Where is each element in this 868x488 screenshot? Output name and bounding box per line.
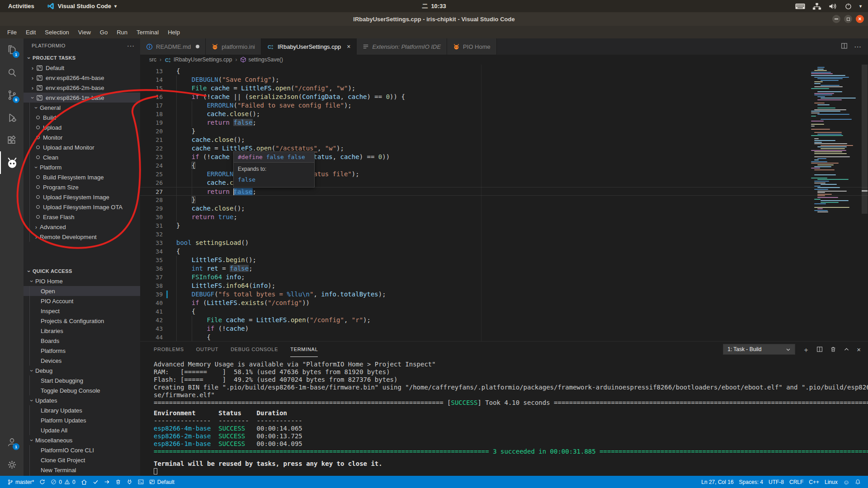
project-tasks-header[interactable]: › PROJECT TASKS	[24, 53, 140, 63]
menu-view[interactable]: View	[74, 26, 95, 38]
tab-readme-md[interactable]: README.md	[140, 38, 206, 55]
menu-file[interactable]: File	[3, 26, 21, 38]
code-line-29[interactable]: 29 cache.close();	[140, 204, 868, 213]
network-icon[interactable]	[812, 2, 821, 10]
tree-item-devices[interactable]: Devices	[24, 356, 140, 366]
tree-item-debug[interactable]: ›Debug	[24, 366, 140, 375]
activity-platformio-icon[interactable]	[0, 151, 24, 174]
tab-close-icon[interactable]: ×	[347, 43, 350, 50]
notifications-bell-icon[interactable]	[852, 479, 863, 485]
tree-item-upload-filesystem-image[interactable]: Upload Filesystem Image	[24, 192, 140, 202]
tree-item-projects-configuration[interactable]: Projects & Configuration	[24, 316, 140, 326]
tab-platformio-ini[interactable]: platformio.ini	[206, 38, 261, 55]
tree-item-toggle-debug-console[interactable]: Toggle Debug Console	[24, 385, 140, 395]
status-linux[interactable]: Linux	[822, 479, 840, 485]
tree-item-new-terminal[interactable]: New Terminal	[24, 465, 140, 475]
tree-item-upload[interactable]: Upload	[24, 122, 140, 132]
code-line-31[interactable]: 31}	[140, 221, 868, 230]
activity-accounts-icon[interactable]: 1	[0, 431, 24, 453]
menu-go[interactable]: Go	[95, 26, 112, 38]
tab-pio-home[interactable]: PIO Home	[447, 38, 497, 55]
activity-run-debug-icon[interactable]	[0, 106, 24, 129]
activity-source-control-icon[interactable]: 9	[0, 84, 24, 106]
close-button[interactable]: ×	[856, 15, 864, 23]
activity-search-icon[interactable]	[0, 61, 24, 84]
tree-item-update-all[interactable]: Update All	[24, 425, 140, 435]
sync-indicator[interactable]	[37, 476, 48, 488]
tree-item-upgrade-platformio-core[interactable]: Upgrade PlatformIO Core	[24, 475, 140, 476]
breadcrumb-item[interactable]: src	[149, 56, 156, 63]
panel-tab-terminal[interactable]: TERMINAL	[290, 342, 318, 357]
activity-settings-icon[interactable]	[0, 453, 24, 476]
pio-env-switcher[interactable]: Default	[146, 476, 177, 488]
tab-irbabyusersettings-cpp[interactable]: C++IRbabyUserSettings.cpp×	[261, 38, 357, 55]
code-line-30[interactable]: 30 return true;	[140, 213, 868, 221]
tree-item-erase-flash[interactable]: Erase Flash	[24, 212, 140, 222]
tree-item-start-debugging[interactable]: Start Debugging	[24, 375, 140, 385]
code-line-21[interactable]: 21 cache.close();	[140, 136, 868, 144]
code-line-32[interactable]: 32	[140, 230, 868, 239]
activities-button[interactable]: Activities	[0, 3, 42, 9]
code-line-16[interactable]: 16 if (!cache || (serializeJson(ConfigDa…	[140, 93, 868, 101]
clock[interactable]: 二 10:33	[422, 2, 446, 10]
tree-item-env-esp8266-4m-base[interactable]: ›env:esp8266-4m-base	[24, 73, 140, 83]
tree-item-open[interactable]: Open	[24, 286, 140, 296]
tree-item-upload-and-monitor[interactable]: Upload and Monitor	[24, 142, 140, 152]
code-line-34[interactable]: 34{	[140, 247, 868, 256]
code-line-41[interactable]: 41 {	[140, 307, 868, 316]
code-line-44[interactable]: 44 {	[140, 333, 868, 341]
tree-item-platforms[interactable]: Platforms	[24, 346, 140, 356]
tree-item-platform[interactable]: ›Platform	[24, 162, 140, 172]
pio-home-button[interactable]	[78, 476, 90, 488]
tree-item-program-size[interactable]: Program Size	[24, 182, 140, 192]
tree-item-env-esp8266-2m-base[interactable]: ›env:esp8266-2m-base	[24, 83, 140, 93]
status-c++[interactable]: C++	[806, 479, 822, 485]
tree-item-remote-development[interactable]: ›Remote Development	[24, 232, 140, 242]
menu-terminal[interactable]: Terminal	[132, 26, 163, 38]
code-line-42[interactable]: 42 File cache = LittleFS.open("/config",…	[140, 316, 868, 324]
tree-item-env-esp8266-1m-base[interactable]: ›env:esp8266-1m-base	[24, 93, 140, 103]
git-branch-indicator[interactable]: master*	[5, 476, 37, 488]
panel-tab-output[interactable]: OUTPUT	[196, 342, 218, 357]
tree-item-libraries[interactable]: Libraries	[24, 326, 140, 336]
tree-item-monitor[interactable]: Monitor	[24, 132, 140, 142]
editor-scrollbar[interactable]	[861, 65, 868, 341]
quick-access-header[interactable]: › QUICK ACCESS	[24, 266, 140, 276]
feedback-smiley-icon[interactable]: ☺	[840, 479, 852, 486]
tray-chevron-icon[interactable]: ▾	[859, 4, 862, 9]
app-menu[interactable]: Visual Studio Code ▾	[47, 2, 117, 10]
code-line-19[interactable]: 19 return false;	[140, 118, 868, 127]
code-line-18[interactable]: 18 cache.close();	[140, 110, 868, 118]
menu-selection[interactable]: Selection	[40, 26, 73, 38]
pio-build-button[interactable]	[90, 476, 101, 488]
pio-upload-button[interactable]	[101, 476, 113, 488]
tab-extension-platformio-ide[interactable]: Extension: PlatformIO IDE	[357, 38, 447, 55]
code-line-17[interactable]: 17 ERRORLN("Failed to save config file")…	[140, 101, 868, 110]
pio-clean-button[interactable]	[113, 476, 124, 488]
new-terminal-icon[interactable]: ＋	[802, 346, 809, 353]
code-line-36[interactable]: 36 int ret = false;	[140, 264, 868, 273]
tree-item-build-filesystem-image[interactable]: Build Filesystem Image	[24, 172, 140, 182]
menu-help[interactable]: Help	[163, 26, 184, 38]
tree-item-clean[interactable]: Clean	[24, 152, 140, 162]
status-ln-27-col-16[interactable]: Ln 27, Col 16	[698, 479, 736, 485]
breadcrumb[interactable]: src›C++IRbabyUserSettings.cpp›settingsSa…	[140, 55, 868, 65]
status-crlf[interactable]: CRLF	[787, 479, 806, 485]
tree-item-updates[interactable]: ›Updates	[24, 395, 140, 405]
terminal-selector[interactable]: 1: Task - Build	[723, 344, 795, 355]
tree-item-pio-home[interactable]: ›PIO Home	[24, 276, 140, 286]
tree-item-miscellaneous[interactable]: ›Miscellaneous	[24, 435, 140, 445]
breadcrumb-item[interactable]: settingsSave()	[240, 56, 283, 63]
tree-item-default[interactable]: ›Default	[24, 63, 140, 73]
code-line-27[interactable]: 27 return false;	[140, 187, 868, 196]
maximize-panel-icon[interactable]	[844, 347, 849, 352]
code-line-43[interactable]: 43 if (!cache)	[140, 324, 868, 333]
code-line-39[interactable]: 39 DEBUGF("fs total bytes = %llu\n", inf…	[140, 290, 868, 299]
tree-item-upload-filesystem-image-ota[interactable]: Upload Filesystem Image OTA	[24, 202, 140, 212]
menu-edit[interactable]: Edit	[21, 26, 40, 38]
tree-item-boards[interactable]: Boards	[24, 336, 140, 346]
code-line-14[interactable]: 14 DEBUGLN("Save Config");	[140, 75, 868, 84]
code-line-28[interactable]: 28 }	[140, 196, 868, 204]
volume-icon[interactable]	[829, 2, 837, 10]
breadcrumb-item[interactable]: C++IRbabyUserSettings.cpp	[165, 56, 232, 63]
